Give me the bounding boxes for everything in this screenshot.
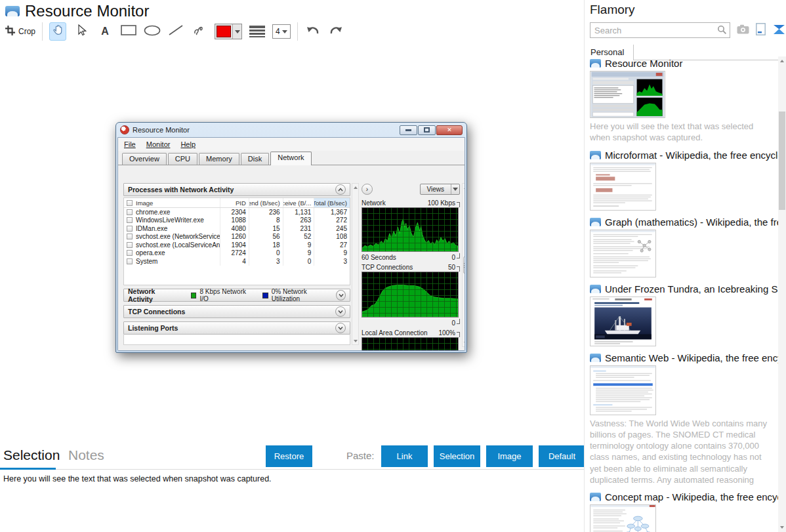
- paste-default-button[interactable]: Default: [539, 445, 585, 467]
- tcp-connections-section-header[interactable]: TCP Connections: [123, 305, 350, 318]
- scrollbar-thumb[interactable]: [779, 112, 785, 210]
- scroll-up-icon[interactable]: [352, 184, 358, 191]
- sidebar-scrollbar[interactable]: [778, 56, 786, 532]
- cursor-icon: [76, 24, 87, 39]
- col-image[interactable]: Image: [124, 198, 220, 207]
- close-button[interactable]: ✕: [436, 125, 463, 135]
- expand-panel-button[interactable]: ›: [362, 184, 373, 195]
- select-all-checkbox[interactable]: [127, 200, 133, 206]
- color-dropdown[interactable]: [232, 24, 241, 39]
- collapse-button[interactable]: [335, 184, 346, 195]
- row-checkbox[interactable]: [127, 226, 133, 232]
- process-table: Image PID Send (B/sec) Receive (B/... To…: [123, 197, 350, 285]
- tab-overview[interactable]: Overview: [122, 153, 167, 165]
- select-tool-button[interactable]: [73, 22, 90, 41]
- scrollbar-thumb[interactable]: [463, 256, 465, 274]
- redo-button[interactable]: [328, 22, 345, 41]
- tcp-graph: [362, 272, 459, 317]
- table-row[interactable]: chrome.exe 2304236 1,1311,367: [124, 208, 350, 216]
- tab-cpu[interactable]: CPU: [168, 153, 197, 165]
- window-titlebar[interactable]: Resource Monitor ✕: [116, 123, 466, 137]
- row-checkbox[interactable]: [127, 209, 133, 215]
- flamory-logo-icon[interactable]: [772, 24, 786, 37]
- scroll-down-icon[interactable]: [463, 339, 465, 346]
- col-receive[interactable]: Receive (B/...: [283, 198, 315, 207]
- text-tool-button[interactable]: A: [96, 22, 114, 41]
- color-swatch-red: [217, 26, 231, 37]
- tab-selection[interactable]: Selection: [3, 447, 60, 463]
- row-checkbox[interactable]: [127, 217, 133, 223]
- list-item[interactable]: Resource Monitor Here you will see the t…: [590, 58, 778, 144]
- expand-button[interactable]: [335, 306, 346, 317]
- tab-network[interactable]: Network: [270, 152, 311, 165]
- menu-help[interactable]: Help: [180, 140, 196, 148]
- col-send[interactable]: Send (B/sec): [249, 198, 283, 207]
- blue-legend-icon: [262, 293, 268, 298]
- table-row[interactable]: opera.exe 27240 99: [124, 249, 350, 258]
- table-row[interactable]: IDMan.exe 408015 231245: [124, 224, 350, 233]
- editor-canvas[interactable]: Resource Monitor ✕ File Monitor Help Ove…: [0, 42, 584, 443]
- text-tool-icon: A: [101, 26, 109, 37]
- color-picker[interactable]: [215, 24, 242, 39]
- scroll-up-icon[interactable]: [463, 184, 465, 191]
- page-title: Resource Monitor: [25, 2, 149, 20]
- row-checkbox[interactable]: [127, 234, 133, 239]
- ellipse-tool-button[interactable]: [144, 22, 161, 41]
- graphs-panel: › Views Network 100 Kbps: [362, 183, 460, 347]
- resource-monitor-window: Resource Monitor ✕ File Monitor Help Ove…: [115, 122, 467, 353]
- list-item[interactable]: Semantic Web - Wikipedia, the free encyc…: [590, 352, 778, 485]
- freehand-tool-button[interactable]: [191, 22, 208, 41]
- col-total[interactable]: Total (B/sec): [314, 198, 350, 207]
- table-row[interactable]: WindowsLiveWriter.exe 10888 263272: [124, 216, 350, 225]
- camera-icon[interactable]: [737, 24, 749, 37]
- scroll-down-icon[interactable]: [778, 523, 786, 532]
- row-checkbox[interactable]: [127, 250, 133, 256]
- row-checkbox[interactable]: [127, 242, 133, 248]
- list-item[interactable]: Under Frozen Tundra, an Icebreaking Ship…: [590, 283, 778, 346]
- crop-button[interactable]: Crop: [5, 22, 35, 41]
- line-width-button[interactable]: [249, 22, 266, 41]
- expand-button[interactable]: [335, 323, 346, 333]
- scroll-down-icon[interactable]: [352, 337, 358, 344]
- line-tool-button[interactable]: [167, 22, 184, 41]
- expand-button[interactable]: [336, 290, 346, 300]
- maximize-button[interactable]: [418, 125, 436, 135]
- row-checkbox[interactable]: [127, 258, 133, 264]
- window-title: Resource Monitor: [133, 126, 190, 134]
- menu-file[interactable]: File: [124, 140, 136, 148]
- thumbnail: [590, 230, 656, 277]
- graphs-scrollbar[interactable]: [462, 183, 465, 347]
- table-row[interactable]: svchost.exe (NetworkService) 126056 5210…: [124, 233, 350, 241]
- rectangle-tool-button[interactable]: [120, 22, 137, 41]
- item-title: Concept map - Wikipedia, the free encycl…: [605, 491, 778, 502]
- minimize-button[interactable]: [400, 125, 417, 135]
- note-page-icon[interactable]: [756, 23, 766, 38]
- restore-button[interactable]: Restore: [266, 445, 312, 467]
- table-row[interactable]: svchost.exe (LocalServiceAn... 190418 92…: [124, 241, 350, 249]
- size-select[interactable]: 4: [272, 24, 291, 39]
- views-label: Views: [421, 186, 451, 193]
- list-item[interactable]: Graph (mathematics) - Wikipedia, the fre…: [590, 216, 778, 277]
- paste-image-button[interactable]: Image: [486, 445, 533, 467]
- hand-tool-button[interactable]: [49, 22, 66, 41]
- paste-link-button[interactable]: Link: [381, 445, 428, 467]
- tcp-connections-title: TCP Connections: [128, 308, 185, 316]
- axis-tick: [457, 266, 460, 272]
- panel-scrollbar[interactable]: [352, 183, 359, 345]
- processes-section-header[interactable]: Processes with Network Activity: [123, 183, 350, 196]
- col-pid[interactable]: PID: [220, 198, 249, 207]
- tab-memory[interactable]: Memory: [199, 153, 239, 165]
- listening-ports-section-header[interactable]: Listening Ports: [123, 321, 350, 335]
- table-row[interactable]: System 43 03: [124, 257, 350, 266]
- list-item[interactable]: Microformat - Wikipedia, the free encycl…: [590, 150, 778, 211]
- menu-monitor[interactable]: Monitor: [146, 140, 171, 148]
- scroll-up-icon[interactable]: [778, 56, 786, 66]
- tab-notes[interactable]: Notes: [68, 447, 104, 463]
- list-item[interactable]: Concept map - Wikipedia, the free encycl…: [590, 491, 778, 532]
- tab-disk[interactable]: Disk: [241, 153, 269, 165]
- paste-selection-button[interactable]: Selection: [434, 445, 480, 467]
- undo-button[interactable]: [304, 22, 321, 41]
- network-activity-section-header[interactable]: Network Activity 8 Kbps Network I/O 0% N…: [123, 289, 350, 302]
- search-input[interactable]: [590, 22, 730, 38]
- views-dropdown[interactable]: Views: [420, 184, 461, 195]
